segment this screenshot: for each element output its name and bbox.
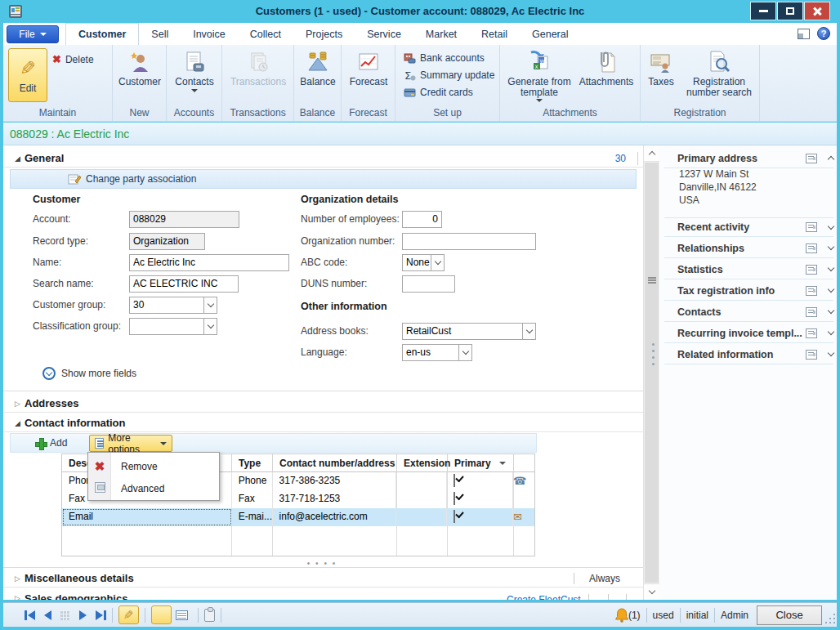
factbox-statistics[interactable]: Statistics — [664, 260, 833, 279]
primary-checkbox[interactable] — [454, 474, 455, 487]
generate-from-template-button[interactable]: W X Generate from template — [507, 49, 572, 102]
cell-extension[interactable] — [396, 508, 447, 526]
tab-collect[interactable]: Collect — [238, 23, 293, 45]
change-party-association-button[interactable]: Change party association — [86, 173, 196, 185]
column-header-contact[interactable]: Contact number/address — [273, 454, 397, 472]
cell-contact[interactable]: info@acelectric.com — [273, 508, 397, 526]
credit-cards-button[interactable]: Credit cards — [404, 84, 494, 100]
organization-number-field[interactable] — [402, 233, 536, 250]
partition-field[interactable]: initial — [686, 610, 708, 621]
factbox-primary-address[interactable]: Primary address — [664, 149, 833, 168]
chevron-down-icon[interactable] — [203, 319, 217, 334]
column-header-extension[interactable]: Extension — [397, 454, 448, 472]
chevron-up-icon[interactable] — [828, 156, 834, 163]
chevron-down-icon[interactable] — [828, 222, 834, 229]
document-handling-button[interactable] — [204, 609, 215, 622]
forecast-button[interactable]: Forecast — [342, 49, 395, 87]
taxes-button[interactable]: Taxes — [642, 49, 680, 87]
restore-layout-icon[interactable] — [798, 29, 810, 39]
classification-group-combo[interactable] — [129, 318, 217, 335]
balance-button[interactable]: Balance — [292, 49, 344, 87]
fasttab-miscellaneous-details[interactable]: Miscellaneous details Always — [3, 570, 643, 588]
previous-record-button[interactable] — [44, 610, 51, 620]
chevron-down-icon[interactable] — [458, 345, 471, 360]
help-icon[interactable] — [817, 27, 830, 40]
tab-retail[interactable]: Retail — [469, 23, 520, 45]
factbox-recurring-invoice-templates[interactable]: Recurring invoice templ... — [664, 324, 833, 343]
sales-summary-link[interactable]: Create FleetCust — [507, 594, 581, 600]
factbox-relationships[interactable]: Relationships — [664, 239, 833, 258]
edit-button[interactable]: ✎ Edit — [8, 48, 47, 102]
notifications-bell-icon[interactable] — [615, 608, 628, 623]
record-type-field[interactable]: Organization — [129, 233, 205, 250]
chevron-down-icon[interactable] — [828, 244, 834, 250]
duns-number-field[interactable] — [402, 275, 455, 293]
last-record-button[interactable] — [96, 610, 106, 620]
minimize-button[interactable] — [750, 2, 776, 20]
tab-customer[interactable]: Customer — [65, 23, 139, 45]
scrollbar-thumb[interactable] — [645, 163, 659, 583]
account-field[interactable]: 088029 — [129, 211, 239, 228]
chevron-down-icon[interactable] — [828, 307, 834, 314]
cell-contact[interactable]: 317-718-1253 — [273, 490, 397, 508]
tab-invoice[interactable]: Invoice — [181, 23, 238, 45]
delete-button[interactable]: ✖ Delete — [52, 51, 94, 67]
more-options-button[interactable]: More options — [89, 435, 172, 452]
fasttab-addresses[interactable]: Addresses — [3, 395, 643, 413]
close-form-button[interactable]: Close — [757, 605, 822, 625]
cell-extension[interactable] — [396, 490, 447, 508]
show-more-fields-button[interactable]: Show more fields — [42, 367, 136, 380]
language-combo[interactable]: en-us — [402, 344, 472, 361]
maximize-button[interactable] — [777, 2, 803, 20]
resize-grip[interactable] — [825, 607, 835, 623]
primary-checkbox[interactable] — [454, 492, 455, 505]
add-button[interactable]: Add — [35, 437, 67, 449]
column-header-type[interactable]: Type — [232, 454, 273, 472]
factbox-icon[interactable] — [806, 286, 817, 296]
bank-accounts-button[interactable]: Bank accounts — [404, 50, 494, 65]
details-view-button[interactable] — [151, 605, 172, 624]
file-menu-button[interactable]: File — [7, 25, 59, 43]
notification-count[interactable]: (1) — [628, 610, 641, 621]
primary-checkbox[interactable] — [454, 510, 455, 523]
edit-mode-button[interactable]: ✎ — [118, 605, 139, 624]
next-record-button[interactable] — [79, 610, 87, 620]
chevron-down-icon[interactable] — [828, 286, 834, 293]
cell-type[interactable]: Fax — [232, 490, 273, 508]
cell-description[interactable]: Email — [62, 508, 232, 526]
close-window-button[interactable] — [804, 2, 830, 20]
scroll-down-button[interactable] — [644, 583, 659, 600]
cell-type[interactable]: E-mai... — [232, 508, 273, 526]
fasttab-general[interactable]: General 30 — [3, 150, 643, 168]
address-books-combo[interactable]: RetailCust — [402, 323, 536, 340]
factbox-related-information[interactable]: Related information — [664, 345, 833, 364]
employees-field[interactable]: 0 — [402, 211, 442, 228]
filter-caret-icon[interactable] — [499, 462, 506, 465]
search-name-field[interactable]: AC ELECTRIC INC — [129, 275, 239, 293]
factbox-icon[interactable] — [806, 244, 817, 253]
contact-row-email-selected[interactable]: Email E-mai... info@acelectric.com ✉ — [62, 508, 534, 526]
cell-extension[interactable] — [396, 472, 447, 490]
factbox-icon[interactable] — [806, 307, 817, 317]
cell-contact[interactable]: 317-386-3235 — [273, 472, 397, 490]
abc-code-combo[interactable]: None — [402, 254, 445, 271]
tab-general[interactable]: General — [520, 23, 580, 45]
contacts-button[interactable]: Contacts — [168, 49, 221, 92]
scroll-up-button[interactable] — [644, 145, 659, 162]
menu-item-remove[interactable]: ✖ Remove — [88, 455, 219, 477]
chevron-down-icon[interactable] — [828, 328, 834, 335]
factbox-tax-registration-info[interactable]: Tax registration info — [664, 281, 833, 301]
fasttab-sales-demographics[interactable]: Sales demographics Create FleetCust — [3, 589, 643, 600]
chevron-down-icon[interactable] — [828, 265, 834, 271]
grid-view-button[interactable] — [172, 605, 192, 624]
cell-type[interactable]: Phone — [232, 472, 273, 490]
factbox-recent-activity[interactable]: Recent activity — [664, 217, 833, 237]
factbox-contacts[interactable]: Contacts — [664, 302, 833, 322]
tab-projects[interactable]: Projects — [293, 23, 355, 45]
fasttab-contact-information[interactable]: Contact information — [3, 414, 643, 432]
chevron-down-icon[interactable] — [431, 255, 444, 270]
vertical-scrollbar[interactable] — [643, 145, 659, 600]
summary-update-button[interactable]: Σ Summary update — [404, 67, 494, 83]
company-field[interactable]: used — [653, 610, 674, 621]
name-field[interactable]: Ac Electric Inc — [129, 254, 289, 271]
